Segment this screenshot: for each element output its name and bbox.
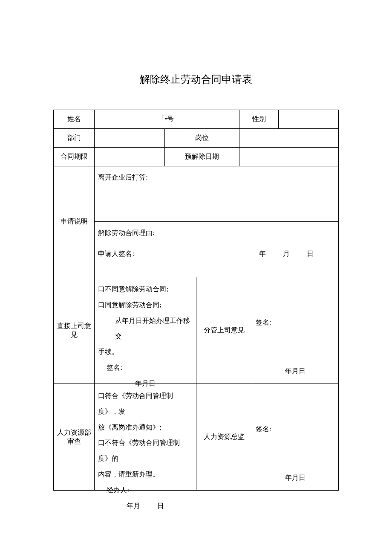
plan-cell[interactable]: 离开企业后打算: — [95, 166, 339, 222]
gender-value[interactable] — [279, 110, 339, 129]
hr-opt2: 口不符合《劳动合同管理制度》的 — [98, 435, 193, 467]
term-value[interactable] — [95, 148, 165, 166]
name-value[interactable] — [95, 110, 146, 129]
dept-label: 部门 — [54, 129, 95, 148]
applicant-date: 年月日 — [251, 248, 322, 260]
application-form-table: 姓名 「•号 性别 部门 岗位 合同期限 预解除日期 申请说明 离开企业后打算:… — [53, 110, 339, 491]
hr-date: 年月 日 — [98, 498, 193, 514]
reason-label: 解除劳动合同理由: — [98, 227, 335, 239]
direct-opt-agree: 口同意解除劳动合同; — [98, 297, 193, 313]
predate-value[interactable] — [239, 148, 338, 166]
dept-value[interactable] — [95, 129, 165, 148]
direct-sign-label: 签名: — [98, 360, 193, 376]
plan-label: 离开企业后打算: — [98, 174, 147, 181]
incharge-date: 年月日 — [256, 363, 335, 379]
incharge-sign-label: 签名: — [256, 315, 271, 331]
post-label: 岗位 — [165, 129, 239, 148]
name-label: 姓名 — [54, 110, 95, 129]
reason-cell[interactable]: 解除劳动合同理由: 申请人签名: 年月日 — [95, 222, 339, 277]
direct-line3: 从年月日开始办理工作移交 — [98, 313, 193, 345]
application-desc-label: 申请说明 — [54, 166, 95, 277]
id-value[interactable] — [186, 110, 239, 129]
incharge-supervisor-label: 分管上司意见 — [196, 277, 252, 384]
direct-line4: 手续。 — [98, 344, 193, 360]
hr-review-label: 人力资源部审查 — [54, 384, 95, 491]
hr-director-date: 年月日 — [256, 470, 335, 486]
page-title: 解除终止劳动合同申请表 — [53, 73, 339, 86]
gender-label: 性别 — [239, 110, 278, 129]
id-label: 「•号 — [146, 110, 186, 129]
hr-director-label: 人力资源总监 — [196, 384, 252, 491]
term-label: 合同期限 — [54, 148, 95, 166]
direct-opt-disagree: 口不同意解除劳动合同; — [98, 282, 193, 297]
applicant-sign-label: 申请人签名: — [98, 248, 134, 260]
hr-opt1b: 放《离岗准办通知》; — [98, 420, 193, 436]
hr-opt2b: 内容，请重新办理。 — [98, 467, 193, 482]
direct-supervisor-cell[interactable]: 口不同意解除劳动合同; 口同意解除劳动合同; 从年月日开始办理工作移交 手续。 … — [95, 277, 196, 384]
predate-label: 预解除日期 — [165, 148, 239, 166]
hr-review-cell[interactable]: 口符合《劳动合同管理制度》，发 放《离岗准办通知》; 口不符合《劳动合同管理制度… — [95, 384, 196, 491]
incharge-supervisor-cell[interactable]: 签名: 年月日 — [252, 277, 339, 384]
hr-director-sign-label: 签名: — [256, 421, 271, 437]
hr-director-cell[interactable]: 签名: 年月日 — [252, 384, 339, 491]
hr-handler-label: 经办人: — [98, 482, 193, 498]
direct-supervisor-label: 直接上司意见 — [54, 277, 95, 384]
hr-opt1: 口符合《劳动合同管理制度》，发 — [98, 388, 193, 420]
post-value[interactable] — [239, 129, 338, 148]
